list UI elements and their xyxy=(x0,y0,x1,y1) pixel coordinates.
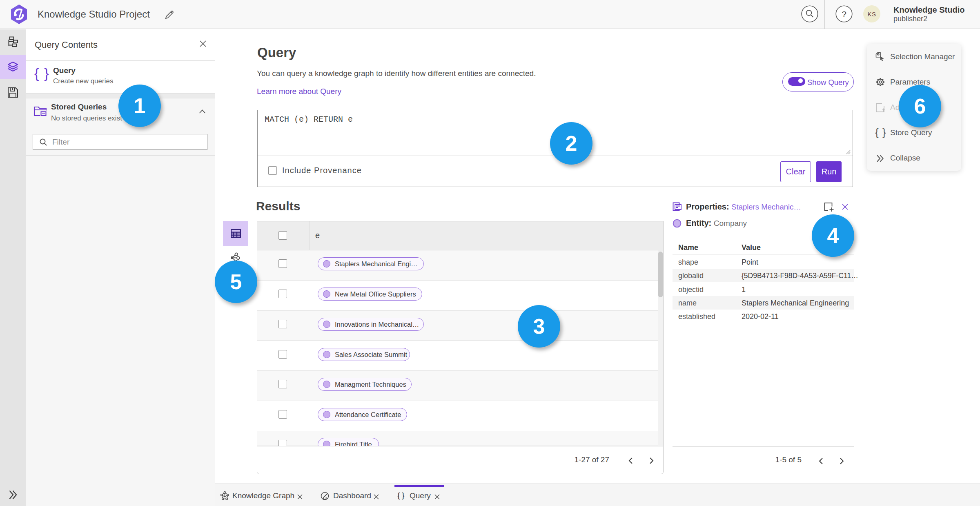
svg-text:?: ? xyxy=(842,9,846,19)
